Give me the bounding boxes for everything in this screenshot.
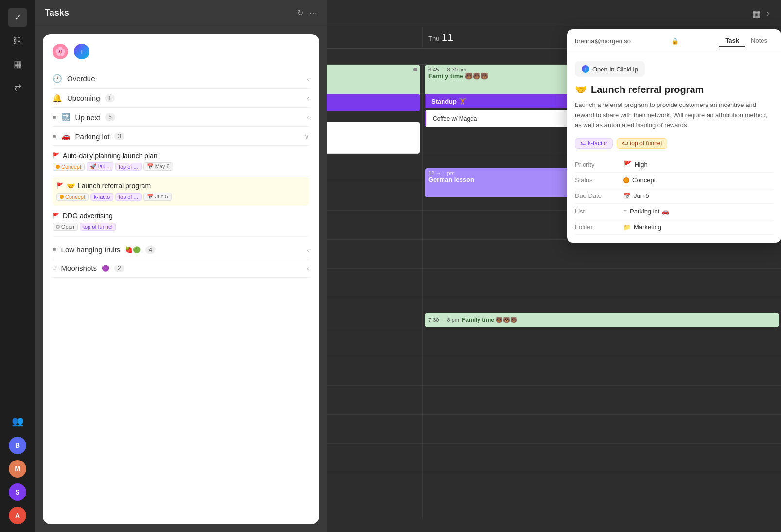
section-parkinglot[interactable]: ≡ 🚗 Parking lot 3 ∨ — [53, 127, 309, 146]
list-value: ≡ Parking lot 🚗 — [623, 208, 669, 215]
sidebar-icon-shuffle[interactable]: ⇄ — [8, 78, 27, 97]
detail-panel: brenna@morgen.so 🔒 Task Notes ↑ Open in … — [567, 29, 781, 243]
tasks-more-icon[interactable]: ⋯ — [309, 8, 317, 18]
task2-tags: Concept k-facto top of ... 📅 Jun 5 — [56, 193, 305, 201]
thu-hour-7pm — [423, 415, 781, 444]
open-in-clickup-btn[interactable]: ↑ Open in ClickUp — [575, 61, 645, 77]
tasks-refresh-icon[interactable]: ↻ — [297, 8, 303, 18]
sidebar-icon-inbox[interactable]: ▦ — [8, 54, 27, 74]
detail-header: brenna@morgen.so 🔒 Task Notes — [567, 29, 781, 53]
task-auto-daily[interactable]: 🚩 Auto-daily planning launch plan Concep… — [53, 146, 309, 177]
priority-flag-icon: 🚩 — [623, 160, 632, 168]
parkinglot-badge: 3 — [114, 132, 124, 140]
task3-tags: Open top of funnel — [53, 223, 309, 231]
tab-task[interactable]: Task — [719, 35, 745, 47]
clickup-btn-icon: ↑ — [582, 65, 589, 73]
cal-header-right: ▦ › — [752, 8, 769, 19]
user-avatar-circle: 🌸 — [53, 44, 68, 59]
detail-tag-tof[interactable]: 🏷 top of funnel — [617, 138, 667, 149]
section-parkinglot-left: ≡ 🚗 Parking lot 3 — [53, 132, 124, 141]
thu-hour-5pm — [423, 356, 781, 386]
section-low-hanging[interactable]: ≡ Low hanging fruits 🍓🟢 4 ‹ — [53, 241, 309, 259]
folder-label: Folder — [575, 223, 623, 231]
thu-hour-6pm — [423, 386, 781, 415]
detail-field-duedate: Due Date 📅 Jun 5 — [575, 188, 773, 204]
avatar-1[interactable]: B — [9, 437, 26, 454]
priority-label: Priority — [575, 161, 623, 168]
task1-date: 📅 May 6 — [143, 162, 173, 171]
detail-field-list: List ≡ Parking lot 🚗 — [575, 204, 773, 219]
upcoming-badge: 1 — [105, 94, 115, 102]
task2-status-dot — [60, 195, 64, 199]
task3-flag: 🚩 — [53, 213, 60, 219]
thu-standup-title: Standup 🏋️ — [431, 98, 466, 105]
tasks-title: Tasks — [45, 8, 69, 18]
task1-tag1: 🚀 lau... — [87, 162, 113, 171]
section-moonshots[interactable]: ≡ Moonshots 🟣 2 ‹ — [53, 259, 309, 278]
upcoming-icon: 🔔 — [53, 93, 62, 103]
parkinglot-list-icon: ≡ — [53, 133, 56, 140]
overdue-label: Overdue — [67, 74, 95, 83]
task-ddg-advertising[interactable]: 🚩 DDG advertising Open top of funnel — [53, 206, 309, 237]
detail-tabs: Task Notes — [719, 35, 773, 47]
sidebar: ✓ ⛓ ▦ ⇄ 👥 B M S A — [0, 0, 35, 532]
clickup-logo: ↑ — [74, 44, 89, 59]
task-launch-referral[interactable]: 🚩 🤝 Launch referral program Concept k-fa… — [53, 177, 309, 206]
task2-tag2: top of ... — [115, 193, 142, 201]
section-upcoming[interactable]: 🔔 Upcoming 1 ‹ — [53, 89, 309, 108]
upnext-list-icon: ≡ — [53, 114, 56, 121]
priority-value: 🚩 High — [623, 160, 648, 168]
thu-label: Thu — [428, 35, 439, 42]
parkinglot-car-icon: 🚗 — [61, 132, 71, 141]
task-referral-title: 🚩 🤝 Launch referral program — [56, 182, 305, 190]
task1-tags: Concept 🚀 lau... top of ... 📅 May 6 — [53, 162, 309, 171]
main-area: April 2024 ‹ › ↻ CET 3 days ▦ › W 15 Wed… — [35, 0, 781, 532]
section-upnext[interactable]: ≡ 🔜 Up next 5 ‹ — [53, 108, 309, 127]
moonshots-emoji: 🟣 — [102, 265, 109, 272]
thu-family-bottom-event[interactable]: 7:30 → 8 pm Family time 🐻🐻🐻 — [425, 313, 779, 327]
section-low-left: ≡ Low hanging fruits 🍓🟢 4 — [53, 246, 156, 254]
low-emojis: 🍓🟢 — [125, 246, 141, 253]
duedate-value: 📅 Jun 5 — [623, 192, 649, 199]
cal-grid-btn[interactable]: ▦ — [752, 8, 761, 19]
avatar-2[interactable]: M — [9, 460, 26, 478]
cal-expand-btn[interactable]: › — [766, 8, 769, 18]
task1-tag2: top of ... — [115, 163, 142, 171]
section-overdue[interactable]: 🕐 Overdue ‹ — [53, 69, 309, 89]
task2-status: Concept — [56, 193, 89, 201]
section-upcoming-left: 🔔 Upcoming 1 — [53, 93, 115, 103]
task2-emoji: 🤝 — [67, 182, 75, 190]
sidebar-icon-tasks[interactable]: ✓ — [8, 8, 27, 27]
tasks-card-header: 🌸 ↑ — [53, 44, 309, 59]
overdue-icon: 🕐 — [53, 74, 62, 83]
detail-lock-icon: 🔒 — [671, 37, 679, 45]
status-label: Status — [575, 177, 623, 184]
sidebar-icon-links[interactable]: ⛓ — [8, 31, 27, 51]
wed-family-dot — [413, 68, 417, 71]
detail-tag-kfactor[interactable]: 🏷 k-factor — [575, 138, 613, 149]
thu-standup-accent — [425, 94, 426, 108]
avatar-3[interactable]: S — [9, 483, 26, 501]
thu-number: 11 — [442, 31, 453, 43]
thu-hour-4pm — [423, 327, 781, 356]
thu-hour-8pm — [423, 444, 781, 473]
task-auto-daily-title: 🚩 Auto-daily planning launch plan — [53, 152, 309, 160]
tasks-header: Tasks ↻ ⋯ — [35, 0, 327, 26]
detail-email: brenna@morgen.so — [575, 37, 631, 45]
task2-tag1: k-facto — [90, 193, 113, 201]
sidebar-icon-team[interactable]: 👥 — [8, 411, 27, 431]
task3-status-dot — [56, 225, 60, 229]
upcoming-chevron: ‹ — [307, 94, 309, 102]
duedate-cal-icon: 📅 — [623, 193, 631, 199]
list-label: List — [575, 208, 623, 215]
tab-notes[interactable]: Notes — [745, 35, 773, 47]
duedate-label: Due Date — [575, 192, 623, 199]
tasks-card: 🌸 ↑ 🕐 Overdue ‹ 🔔 Upcoming 1 — [43, 34, 319, 524]
detail-tags: 🏷 k-factor 🏷 top of funnel — [575, 138, 773, 149]
avatar-4[interactable]: A — [9, 507, 26, 524]
status-value: Concept — [623, 177, 656, 184]
folder-icon: 📁 — [623, 224, 631, 231]
moonshots-label: Moonshots — [61, 264, 97, 272]
parkinglot-chevron: ∨ — [304, 132, 309, 140]
thu-coffee-title: Coffee w/ Magda — [433, 115, 477, 122]
